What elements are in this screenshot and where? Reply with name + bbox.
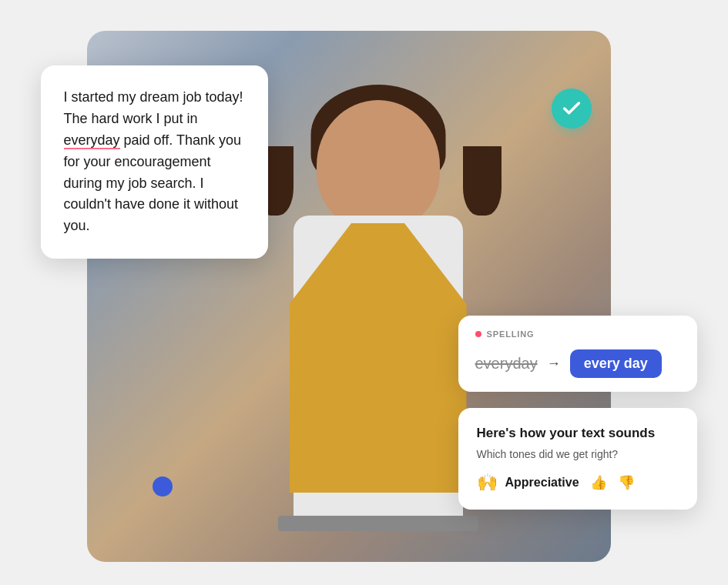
thumbs-down-button[interactable]: 👎 — [618, 474, 635, 491]
thumbs-up-button[interactable]: 👍 — [590, 474, 607, 491]
hair-side-right — [463, 146, 502, 216]
spelling-dot — [475, 331, 481, 337]
head — [317, 100, 440, 231]
message-card: I started my dream job today! The hard w… — [41, 65, 268, 259]
check-circle-badge — [552, 89, 592, 129]
message-text: I started my dream job today! The hard w… — [64, 89, 243, 233]
main-scene: I started my dream job today! The hard w… — [18, 15, 711, 570]
original-word: everyday — [475, 355, 538, 373]
arrow-icon: → — [547, 356, 561, 372]
check-icon — [561, 98, 582, 119]
highlighted-word: everyday — [64, 132, 120, 149]
laptop — [278, 516, 478, 531]
corrected-word[interactable]: every day — [570, 349, 662, 378]
spelling-label-text: SPELLING — [487, 329, 535, 339]
tone-row: 🙌 Appreciative 👍 👎 — [477, 473, 679, 493]
tone-emoji: 🙌 — [477, 473, 498, 493]
spelling-label: SPELLING — [475, 329, 680, 339]
tone-title: Here's how your text sounds — [477, 425, 679, 442]
tone-subtitle: Which tones did we get right? — [477, 448, 679, 460]
spelling-card: SPELLING everyday → every day — [458, 316, 697, 392]
tone-card: Here's how your text sounds Which tones … — [458, 408, 697, 510]
blue-dot-decoration — [153, 476, 173, 496]
tone-name: Appreciative — [505, 476, 579, 490]
spelling-correction-row: everyday → every day — [475, 349, 680, 378]
